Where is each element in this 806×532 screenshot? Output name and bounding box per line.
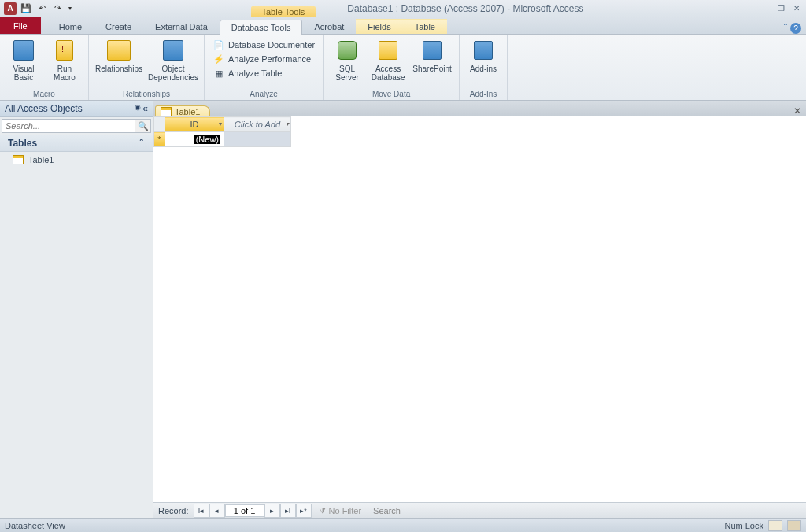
nav-header[interactable]: All Access Objects ◉« xyxy=(0,101,153,117)
section-collapse-icon[interactable]: ⌃ xyxy=(139,138,145,149)
status-view-label: Datasheet View xyxy=(5,521,65,530)
record-search-input[interactable]: Search xyxy=(368,506,463,515)
prev-record-button[interactable]: ◂ xyxy=(209,504,225,518)
close-icon[interactable]: ✕ xyxy=(789,2,804,15)
document-area: Table1 ✕ ID▾ Click to Add▾ * (New) Recor… xyxy=(153,101,806,518)
close-document-icon[interactable]: ✕ xyxy=(789,105,806,116)
design-view-button[interactable] xyxy=(787,520,801,531)
datasheet-view-button[interactable] xyxy=(768,520,782,531)
run-macro-button[interactable]: ! Run Macro xyxy=(46,36,83,82)
row-selector-new[interactable]: * xyxy=(154,132,165,147)
navigation-pane: All Access Objects ◉« 🔍 Tables ⌃ Table1 xyxy=(0,101,153,518)
help-icon[interactable]: ? xyxy=(790,23,801,34)
nav-section-tables[interactable]: Tables ⌃ xyxy=(0,135,153,152)
sql-server-button[interactable]: SQL Server xyxy=(328,36,366,82)
group-move-data: SQL Server Access Database SharePoint Mo… xyxy=(324,35,460,100)
ribbon: Visual Basic ! Run Macro Macro Relations… xyxy=(0,35,806,101)
tab-fields[interactable]: Fields xyxy=(356,19,402,34)
group-relationships-label: Relationships xyxy=(89,89,204,100)
qat-dropdown-icon[interactable]: ▾ xyxy=(66,2,74,16)
record-position-input[interactable] xyxy=(225,504,264,517)
record-navigator: Record: I◂ ◂ ▸ ▸I ▸* ⧩No Filter Search xyxy=(153,502,806,518)
save-icon[interactable]: 💾 xyxy=(19,2,33,16)
performance-icon: ⚡ xyxy=(213,53,225,65)
relationships-button[interactable]: Relationships xyxy=(94,36,144,73)
group-relationships: Relationships Object Dependencies Relati… xyxy=(89,35,205,100)
table-icon xyxy=(161,107,172,116)
column-header-add[interactable]: Click to Add▾ xyxy=(224,117,291,132)
title-bar: A 💾 ↶ ↷ ▾ Table Tools Database1 : Databa… xyxy=(0,0,806,17)
group-addins: Add-ins Add-Ins xyxy=(460,35,508,100)
tab-create[interactable]: Create xyxy=(94,19,143,34)
last-record-button[interactable]: ▸I xyxy=(280,504,296,518)
access-database-button[interactable]: Access Database xyxy=(369,36,407,82)
record-label: Record: xyxy=(153,506,194,515)
object-dependencies-button[interactable]: Object Dependencies xyxy=(147,36,199,82)
datasheet[interactable]: ID▾ Click to Add▾ * (New) xyxy=(153,116,806,502)
documenter-icon: 📄 xyxy=(213,39,225,51)
search-icon[interactable]: 🔍 xyxy=(135,119,151,133)
analyze-table-icon: ▦ xyxy=(213,67,225,79)
status-bar: Datasheet View Num Lock xyxy=(0,518,806,532)
group-macro: Visual Basic ! Run Macro Macro xyxy=(0,35,89,100)
quick-access-toolbar: A 💾 ↶ ↷ ▾ xyxy=(0,2,77,16)
nav-search-input[interactable] xyxy=(2,119,135,133)
column-dropdown-icon[interactable]: ▾ xyxy=(286,120,289,127)
window-controls: — ❐ ✕ xyxy=(757,2,806,15)
column-header-id[interactable]: ID▾ xyxy=(165,117,224,132)
document-tabs: Table1 ✕ xyxy=(153,101,806,116)
cell-id-new[interactable]: (New) xyxy=(165,132,224,147)
redo-icon[interactable]: ↷ xyxy=(50,2,65,16)
tab-table[interactable]: Table xyxy=(403,19,447,34)
restore-icon[interactable]: ❐ xyxy=(773,2,789,15)
app-icon[interactable]: A xyxy=(3,2,17,16)
database-documenter-button[interactable]: 📄Database Documenter xyxy=(209,38,318,52)
new-record-button[interactable]: ▸* xyxy=(296,504,312,518)
tab-file[interactable]: File xyxy=(0,17,41,34)
column-dropdown-icon[interactable]: ▾ xyxy=(219,120,222,127)
analyze-performance-button[interactable]: ⚡Analyze Performance xyxy=(209,52,318,66)
ribbon-tabs: File Home Create External Data Database … xyxy=(0,17,806,35)
group-analyze: 📄Database Documenter ⚡Analyze Performanc… xyxy=(205,35,324,100)
filter-icon: ⧩ xyxy=(319,505,326,515)
sharepoint-button[interactable]: SharePoint xyxy=(410,36,454,73)
nav-filter-icon[interactable]: ◉ xyxy=(135,103,141,114)
first-record-button[interactable]: I◂ xyxy=(194,504,209,518)
contextual-tab-label: Table Tools xyxy=(251,6,316,17)
group-addins-label: Add-Ins xyxy=(460,89,507,100)
window-title: Database1 : Database (Access 2007) - Mic… xyxy=(347,3,583,14)
cell-add-new[interactable] xyxy=(224,132,291,147)
nav-item-table1[interactable]: Table1 xyxy=(0,152,153,168)
group-move-data-label: Move Data xyxy=(324,89,459,100)
group-macro-label: Macro xyxy=(0,89,88,100)
addins-button[interactable]: Add-ins xyxy=(464,36,502,73)
main-area: All Access Objects ◉« 🔍 Tables ⌃ Table1 … xyxy=(0,101,806,518)
analyze-table-button[interactable]: ▦Analyze Table xyxy=(209,66,318,80)
tab-home[interactable]: Home xyxy=(47,19,94,34)
next-record-button[interactable]: ▸ xyxy=(264,504,280,518)
document-tab-table1[interactable]: Table1 xyxy=(155,105,210,117)
visual-basic-button[interactable]: Visual Basic xyxy=(5,36,43,82)
status-numlock: Num Lock xyxy=(724,521,763,530)
tab-external-data[interactable]: External Data xyxy=(143,19,220,34)
table-icon xyxy=(13,155,24,164)
tab-database-tools[interactable]: Database Tools xyxy=(220,20,303,35)
select-all-corner[interactable] xyxy=(154,117,165,132)
nav-collapse-icon[interactable]: « xyxy=(142,103,148,114)
tab-acrobat[interactable]: Acrobat xyxy=(302,19,356,34)
nav-header-title: All Access Objects xyxy=(5,103,83,114)
no-filter-indicator[interactable]: ⧩No Filter xyxy=(312,503,369,518)
undo-icon[interactable]: ↶ xyxy=(35,2,49,16)
group-analyze-label: Analyze xyxy=(205,89,323,100)
minimize-icon[interactable]: — xyxy=(757,2,773,15)
minimize-ribbon-icon[interactable]: ˆ xyxy=(784,23,787,34)
